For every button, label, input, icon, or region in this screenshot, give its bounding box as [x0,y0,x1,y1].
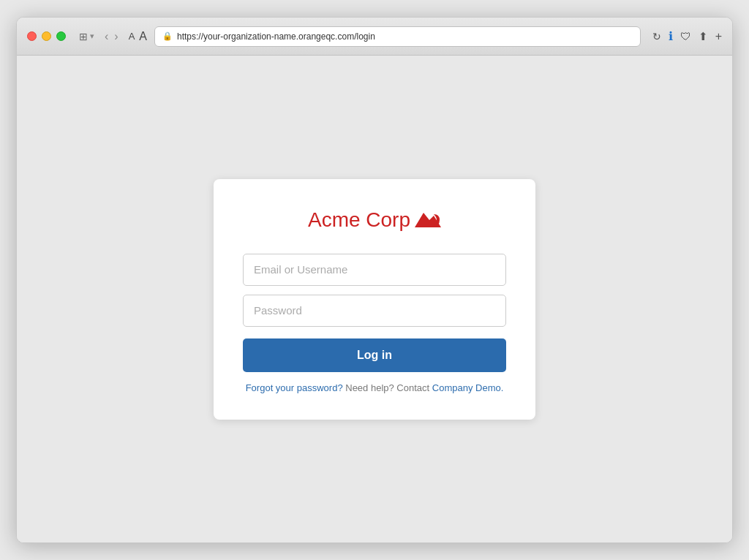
forgot-password-link[interactable]: Forgot your password? [246,382,343,393]
url-text: https://your-organization-name.orangeqc.… [177,31,375,42]
company-name: Acme Corp [308,208,410,232]
login-button[interactable]: Log in [243,338,506,372]
chevron-down-icon: ▾ [90,31,94,41]
logo-icon [415,210,441,230]
new-tab-button[interactable]: + [715,30,722,43]
page-content: Acme Corp Log in Forgot your password? [17,56,732,542]
help-text-area: Forgot your password? Need help? Contact… [243,382,506,393]
email-input[interactable] [243,254,506,286]
sidebar-toggle[interactable]: ⊞ ▾ [79,31,94,42]
logo-area: Acme Corp [243,208,506,232]
need-help-text: Need help? Contact [343,382,432,393]
toolbar-actions: ↻ ℹ 🛡 ⬆ + [652,29,722,43]
shield-icon: 🛡 [680,30,691,42]
reload-button[interactable]: ↻ [652,31,661,42]
lock-icon: 🔒 [162,31,173,41]
font-small-label: A [129,31,135,42]
maximize-button[interactable] [56,31,66,41]
font-controls: A A [129,30,147,43]
close-button[interactable] [27,31,37,41]
forward-button[interactable]: › [114,30,118,43]
sidebar-icon: ⊞ [79,31,88,42]
back-button[interactable]: ‹ [105,30,108,43]
traffic-lights [27,31,66,41]
login-card: Acme Corp Log in Forgot your password? [214,179,535,420]
share-button[interactable]: ⬆ [699,30,708,43]
password-input[interactable] [243,295,506,327]
font-large-label: A [139,30,147,43]
nav-controls: ‹ › [105,30,118,43]
company-demo-link[interactable]: Company Demo. [432,382,504,393]
minimize-button[interactable] [42,31,51,41]
info-button[interactable]: ℹ [669,29,673,43]
browser-window: ⊞ ▾ ‹ › A A 🔒 https://your-organization-… [16,17,733,543]
login-form: Log in [243,254,506,372]
title-bar: ⊞ ▾ ‹ › A A 🔒 https://your-organization-… [17,18,732,56]
address-bar[interactable]: 🔒 https://your-organization-name.orangeq… [154,26,641,47]
company-logo: Acme Corp [308,208,441,232]
